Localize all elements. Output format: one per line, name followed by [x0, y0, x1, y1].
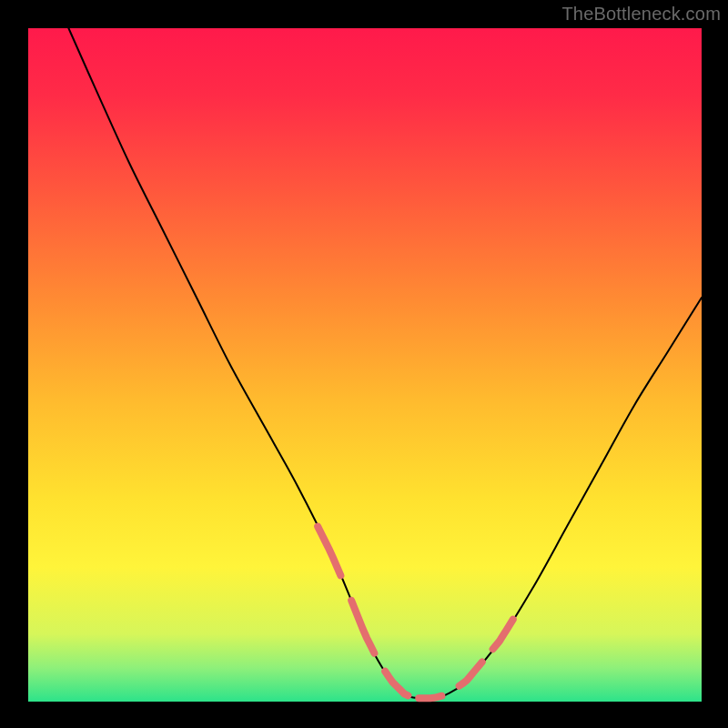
highlight-dash: [460, 662, 482, 685]
highlight-dashes: [318, 527, 513, 699]
chart-frame: TheBottleneck.com: [0, 0, 728, 728]
highlight-dash: [351, 601, 374, 653]
plot-area: [28, 28, 702, 702]
watermark-text: TheBottleneck.com: [561, 4, 721, 25]
highlight-dash: [419, 696, 441, 699]
bottleneck-curve: [68, 28, 702, 699]
highlight-dash: [318, 527, 340, 576]
highlight-dash: [385, 672, 408, 696]
highlight-dash: [493, 620, 513, 650]
curve-layer: [28, 28, 702, 702]
